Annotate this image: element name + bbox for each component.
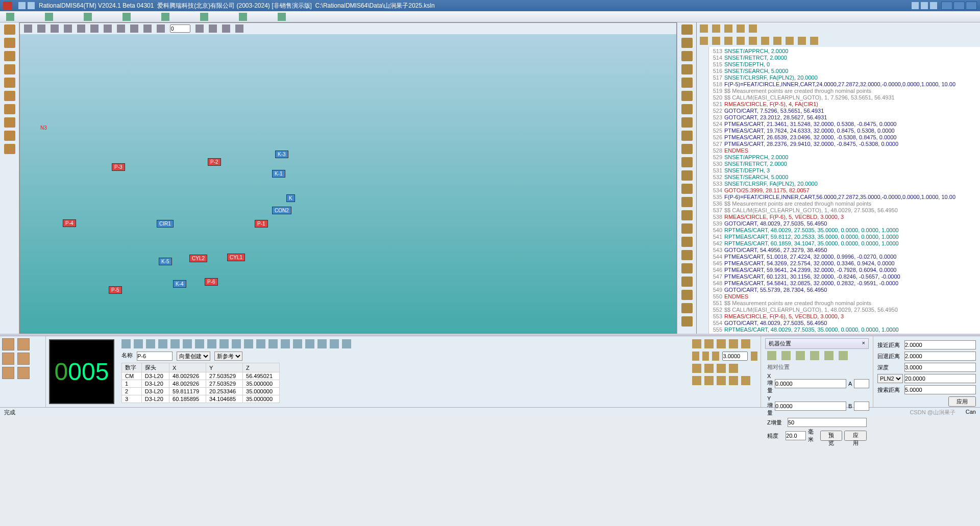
- minimize-button[interactable]: [941, 2, 952, 10]
- circle-icon[interactable]: [183, 339, 192, 348]
- retract-input[interactable]: [904, 352, 976, 361]
- label-p3[interactable]: P-3: [112, 163, 125, 171]
- home-icon[interactable]: [24, 24, 32, 33]
- label-k3[interactable]: K-3: [275, 151, 288, 158]
- tool-icon[interactable]: [749, 37, 757, 45]
- tool-icon[interactable]: [330, 339, 339, 348]
- tool-icon[interactable]: [781, 351, 791, 360]
- tool-icon[interactable]: [704, 364, 714, 373]
- tool-icon[interactable]: [681, 210, 693, 220]
- tool-icon[interactable]: [751, 352, 758, 361]
- tool-icon[interactable]: [798, 37, 806, 45]
- skip-icon[interactable]: [681, 316, 693, 327]
- tool-icon[interactable]: [305, 339, 314, 348]
- maximize-button[interactable]: [953, 2, 965, 10]
- tool-icon[interactable]: [796, 351, 805, 360]
- tool-icon[interactable]: [810, 37, 818, 45]
- tool-icon[interactable]: [692, 339, 701, 348]
- tb-icon[interactable]: [18, 2, 26, 9]
- color-icon[interactable]: [117, 24, 125, 33]
- tool-icon[interactable]: [681, 131, 693, 141]
- tool-icon[interactable]: [342, 339, 351, 348]
- tb-icon[interactable]: [921, 2, 928, 9]
- tool-icon[interactable]: [45, 13, 53, 21]
- redo-icon[interactable]: [724, 37, 732, 45]
- folder-icon[interactable]: [681, 24, 693, 35]
- open-icon[interactable]: [6, 13, 14, 21]
- eye-icon[interactable]: [104, 24, 112, 33]
- tool-icon[interactable]: [161, 13, 169, 21]
- tool-icon[interactable]: [692, 352, 699, 361]
- yinc-input[interactable]: [775, 402, 846, 411]
- tool-icon[interactable]: [681, 51, 693, 61]
- tool-icon[interactable]: [681, 170, 693, 181]
- ref-select[interactable]: 新参考: [214, 352, 242, 361]
- tool-icon[interactable]: [681, 184, 693, 194]
- clear-select[interactable]: PLN2: [877, 374, 903, 383]
- label-k[interactable]: K: [286, 194, 295, 202]
- tool-icon[interactable]: [824, 351, 834, 360]
- doc-icon[interactable]: [681, 117, 693, 128]
- tool-icon[interactable]: [281, 339, 290, 348]
- tool-icon[interactable]: [4, 38, 15, 48]
- save-icon[interactable]: [122, 13, 131, 21]
- tool-icon[interactable]: [256, 339, 265, 348]
- b-input[interactable]: [854, 402, 869, 411]
- tool-icon[interactable]: [17, 367, 30, 379]
- play-icon[interactable]: [729, 376, 738, 385]
- depth-input[interactable]: [904, 363, 976, 372]
- undo-icon[interactable]: [712, 37, 720, 45]
- arc-icon[interactable]: [195, 339, 204, 348]
- tool-icon[interactable]: [4, 24, 15, 35]
- tool-icon[interactable]: [4, 64, 15, 74]
- save-icon[interactable]: [700, 37, 708, 45]
- tool-icon[interactable]: [4, 91, 15, 101]
- tool-icon[interactable]: [717, 376, 726, 385]
- cut-icon[interactable]: [761, 37, 769, 45]
- tool-icon[interactable]: [712, 24, 720, 33]
- cube-icon[interactable]: [2, 338, 14, 350]
- tool-icon[interactable]: [717, 364, 726, 373]
- code-editor[interactable]: 513SNSET/APPRCH, 2.0000514SNSET/RETRCT, …: [709, 47, 980, 334]
- joystick-icon[interactable]: [810, 351, 819, 360]
- tool-icon[interactable]: [4, 117, 15, 128]
- flag-icon[interactable]: [786, 37, 794, 45]
- tool-icon[interactable]: [681, 277, 693, 287]
- apply-button[interactable]: 应用: [844, 431, 867, 441]
- view-icon[interactable]: [90, 24, 99, 33]
- probe-icon[interactable]: [2, 353, 14, 365]
- tool-icon[interactable]: [681, 290, 693, 300]
- tool-icon[interactable]: [741, 339, 750, 348]
- label-cyl2[interactable]: CYL2: [189, 255, 207, 262]
- tool-icon[interactable]: [681, 197, 693, 207]
- angle-icon[interactable]: [17, 338, 30, 350]
- home-icon[interactable]: [839, 351, 848, 360]
- viewport-3d[interactable]: N3 P-3 P-2 K-3 K-1 K CON2 P-4 CIR1 P-1 C…: [19, 22, 677, 334]
- line-icon[interactable]: [170, 339, 180, 348]
- name-input[interactable]: [137, 352, 173, 361]
- approach-input[interactable]: [904, 340, 976, 349]
- tool-icon[interactable]: [681, 91, 693, 101]
- tb-icon[interactable]: [912, 2, 919, 9]
- tool-icon[interactable]: [146, 339, 155, 348]
- tool-icon[interactable]: [157, 24, 165, 33]
- dot-icon[interactable]: [158, 339, 167, 348]
- a-input[interactable]: [854, 379, 869, 388]
- run-icon[interactable]: [681, 157, 693, 167]
- cursor-icon[interactable]: [37, 24, 45, 33]
- tool-icon[interactable]: [741, 376, 750, 385]
- tool-icon[interactable]: [278, 13, 286, 21]
- tool-icon[interactable]: [681, 237, 693, 247]
- tool-icon[interactable]: [724, 24, 732, 33]
- xinc-input[interactable]: [775, 379, 846, 388]
- tool-icon[interactable]: [200, 13, 208, 21]
- apply-button[interactable]: 应用: [948, 396, 976, 407]
- cylinder-icon[interactable]: [219, 339, 229, 348]
- tool-icon[interactable]: [4, 104, 15, 114]
- close-icon[interactable]: ×: [862, 340, 865, 347]
- tool-icon[interactable]: [681, 38, 693, 48]
- tool-icon[interactable]: [195, 24, 204, 33]
- tool-icon[interactable]: [692, 376, 701, 385]
- sphere-icon[interactable]: [244, 339, 253, 348]
- tool-icon[interactable]: [729, 339, 738, 348]
